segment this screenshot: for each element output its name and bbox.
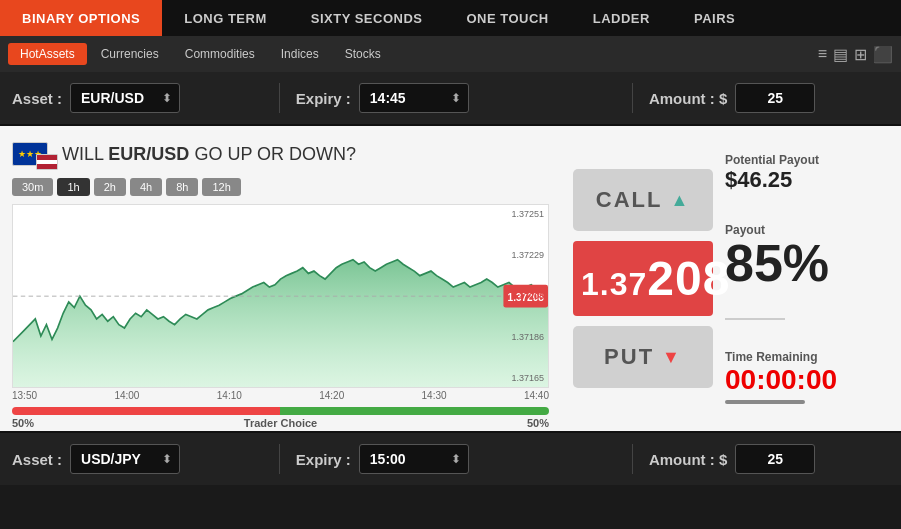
- progress-right: 50%: [527, 417, 549, 429]
- asset-label: Asset :: [12, 90, 62, 107]
- price-label-3: 1.37208: [511, 291, 544, 301]
- compact-icon[interactable]: ⬛: [873, 45, 893, 64]
- bottom-asset-label: Asset :: [12, 451, 62, 468]
- time-remaining-label: Time Remaining: [725, 350, 889, 364]
- time-label-5: 14:30: [422, 390, 447, 401]
- bottom-asset-group: Asset : USD/JPY EUR/USD GBP/USD AUD/USD: [12, 444, 279, 474]
- time-remaining-value: 00:00:00: [725, 364, 889, 396]
- time-tab-1h[interactable]: 1h: [57, 178, 89, 196]
- price-label-2: 1.37229: [511, 250, 544, 260]
- time-tab-30m[interactable]: 30m: [12, 178, 53, 196]
- nav-item-sixty-seconds[interactable]: SIXTY SECONDS: [289, 0, 445, 36]
- call-button[interactable]: CALL ▲: [573, 169, 713, 231]
- amount-group: Amount : $: [633, 83, 889, 113]
- nav-item-ladder[interactable]: LADDER: [571, 0, 672, 36]
- price-label-1: 1.37251: [511, 209, 544, 219]
- payout-value: 85%: [725, 237, 889, 289]
- time-label-6: 14:40: [524, 390, 549, 401]
- asset-select-wrapper: EUR/USD GBP/USD USD/JPY AUD/USD: [70, 83, 180, 113]
- nav-item-long-term[interactable]: LONG TERM: [162, 0, 289, 36]
- chart-title-will: WILL: [62, 144, 108, 164]
- potential-payout-item: Potential Payout $46.25: [725, 153, 889, 193]
- filter-tab-currencies[interactable]: Currencies: [89, 43, 171, 65]
- time-tab-8h[interactable]: 8h: [166, 178, 198, 196]
- time-label-2: 14:00: [114, 390, 139, 401]
- bottom-control-bar: Asset : USD/JPY EUR/USD GBP/USD AUD/USD …: [0, 431, 901, 485]
- asset-group: Asset : EUR/USD GBP/USD USD/JPY AUD/USD: [12, 83, 279, 113]
- time-tabs: 30m 1h 2h 4h 8h 12h: [12, 178, 549, 196]
- time-remaining-item: Time Remaining 00:00:00: [725, 350, 889, 404]
- price-chart-svg: 1.37208: [13, 205, 548, 387]
- chart-container: 1.37208 1.37251 1.37229 1.37208 1.37186 …: [12, 204, 549, 388]
- expiry-select[interactable]: 14:45 15:00 15:15 15:30: [359, 83, 469, 113]
- filter-icons-group: ≡ ▤ ⊞ ⬛: [818, 45, 893, 64]
- time-label-3: 14:10: [217, 390, 242, 401]
- expiry-label: Expiry :: [296, 90, 351, 107]
- amount-input[interactable]: [735, 83, 815, 113]
- price-label-4: 1.37186: [511, 332, 544, 342]
- chart-title: WILL EUR/USD GO UP OR DOWN?: [62, 144, 356, 165]
- trader-choice-label: Trader Choice: [244, 417, 317, 429]
- bottom-expiry-label: Expiry :: [296, 451, 351, 468]
- asset-flag: ★★★: [12, 140, 52, 168]
- filter-tab-stocks[interactable]: Stocks: [333, 43, 393, 65]
- asset-select[interactable]: EUR/USD GBP/USD USD/JPY AUD/USD: [70, 83, 180, 113]
- put-arrow-icon: ▼: [662, 347, 682, 368]
- price-y-labels: 1.37251 1.37229 1.37208 1.37186 1.37165: [509, 205, 546, 387]
- progress-left: 50%: [12, 417, 34, 429]
- payout-item: Payout 85%: [725, 223, 889, 289]
- potential-payout-label: Potential Payout: [725, 153, 889, 167]
- chart-title-suffix: GO UP OR DOWN?: [189, 144, 356, 164]
- bottom-expiry-select[interactable]: 15:00 15:15 15:30 15:45: [359, 444, 469, 474]
- trading-panel: CALL ▲ 1.37208 PUT ▼ Potential Payout $4…: [561, 126, 901, 431]
- timer-progress-bar: [725, 400, 805, 404]
- potential-payout-value: $46.25: [725, 167, 889, 193]
- price-large: 208: [647, 252, 730, 305]
- bottom-expiry-group: Expiry : 15:00 15:15 15:30 15:45: [279, 444, 633, 474]
- call-label: CALL: [596, 187, 663, 213]
- nav-item-one-touch[interactable]: ONE TOUCH: [444, 0, 570, 36]
- time-tab-2h[interactable]: 2h: [94, 178, 126, 196]
- put-button[interactable]: PUT ▼: [573, 326, 713, 388]
- expiry-select-wrapper: 14:45 15:00 15:15 15:30: [359, 83, 469, 113]
- filter-bar: HotAssets Currencies Commodities Indices…: [0, 36, 901, 72]
- chart-time-labels: 13:50 14:00 14:10 14:20 14:30 14:40: [12, 388, 549, 403]
- amount-label: Amount : $: [649, 90, 727, 107]
- call-arrow-icon: ▲: [670, 190, 690, 211]
- bottom-expiry-select-wrapper: 15:00 15:15 15:30 15:45: [359, 444, 469, 474]
- filter-tab-hot-assets[interactable]: HotAssets: [8, 43, 87, 65]
- time-label-1: 13:50: [12, 390, 37, 401]
- put-label: PUT: [604, 344, 654, 370]
- trade-buttons-col: CALL ▲ 1.37208 PUT ▼: [573, 138, 713, 419]
- progress-track: [12, 407, 549, 415]
- menu-icon[interactable]: ≡: [818, 45, 827, 63]
- filter-tab-indices[interactable]: Indices: [269, 43, 331, 65]
- list-icon[interactable]: ▤: [833, 45, 848, 64]
- chart-with-labels: 1.37208 1.37251 1.37229 1.37208 1.37186 …: [12, 204, 549, 388]
- time-tab-4h[interactable]: 4h: [130, 178, 162, 196]
- stat-divider: [725, 318, 785, 320]
- grid-icon[interactable]: ⊞: [854, 45, 867, 64]
- bottom-amount-input[interactable]: [735, 444, 815, 474]
- bottom-asset-select-wrapper: USD/JPY EUR/USD GBP/USD AUD/USD: [70, 444, 180, 474]
- nav-item-pairs[interactable]: PAIRS: [672, 0, 757, 36]
- bottom-amount-label: Amount : $: [649, 451, 727, 468]
- time-tab-12h[interactable]: 12h: [202, 178, 240, 196]
- expiry-group: Expiry : 14:45 15:00 15:15 15:30: [279, 83, 633, 113]
- top-control-bar: Asset : EUR/USD GBP/USD USD/JPY AUD/USD …: [0, 72, 901, 126]
- chart-header: ★★★ WILL EUR/USD GO UP OR DOWN?: [12, 140, 549, 168]
- progress-labels: 50% Trader Choice 50%: [12, 417, 549, 429]
- filter-tab-commodities[interactable]: Commodities: [173, 43, 267, 65]
- chart-title-pair: EUR/USD: [108, 144, 189, 164]
- nav-item-binary-options[interactable]: BINARY OPTIONS: [0, 0, 162, 36]
- price-small: 1.37: [581, 266, 647, 302]
- bottom-asset-select[interactable]: USD/JPY EUR/USD GBP/USD AUD/USD: [70, 444, 180, 474]
- stats-col: Potential Payout $46.25 Payout 85% Time …: [725, 138, 889, 419]
- top-nav: BINARY OPTIONS LONG TERM SIXTY SECONDS O…: [0, 0, 901, 36]
- time-label-4: 14:20: [319, 390, 344, 401]
- current-price-badge: 1.37208: [573, 241, 713, 316]
- trader-choice-bar: 50% Trader Choice 50%: [12, 407, 549, 429]
- flag-us: [36, 154, 58, 170]
- bottom-amount-group: Amount : $: [633, 444, 889, 474]
- chart-area: ★★★ WILL EUR/USD GO UP OR DOWN? 30m 1h 2…: [0, 126, 561, 431]
